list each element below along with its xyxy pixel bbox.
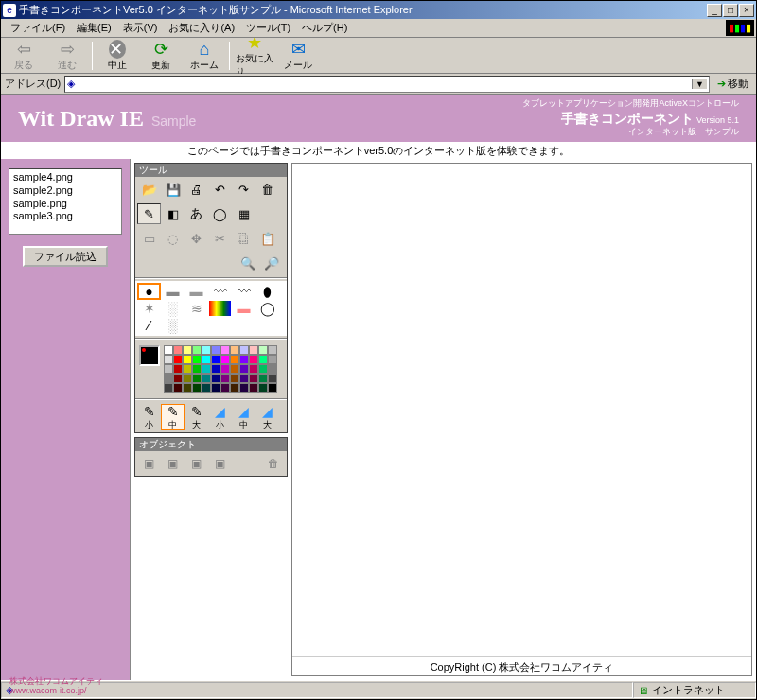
back-button[interactable]: ⇦戻る [5,40,43,72]
eraser-medium[interactable]: ◢中 [232,404,255,430]
color-swatch[interactable] [268,355,277,364]
eraser-large[interactable]: ◢大 [255,404,279,430]
color-swatch[interactable] [164,355,173,364]
color-swatch[interactable] [249,374,258,383]
order-back-icon[interactable]: ▣ [208,453,232,474]
stop-button[interactable]: ✕中止 [98,40,136,72]
color-swatch[interactable] [268,345,277,355]
color-swatch[interactable] [249,364,258,374]
color-swatch[interactable] [268,364,277,374]
file-listbox[interactable]: sample4.pngsample2.pngsample.pngsample3.… [9,168,122,235]
brush-5[interactable]: 〰 [232,283,255,300]
color-swatch[interactable] [239,345,249,355]
pen-icon[interactable]: ✎ [137,203,161,224]
menu-tools[interactable]: ツール(T) [240,20,296,36]
color-swatch[interactable] [164,383,173,393]
color-swatch[interactable] [220,374,230,383]
color-swatch[interactable] [192,355,202,364]
brush-12[interactable]: ◯ [255,300,279,317]
brush-7[interactable]: ✶ [137,300,161,317]
color-swatch[interactable] [211,383,220,393]
mail-button[interactable]: ✉メール [279,40,317,72]
color-swatch[interactable] [211,355,220,364]
color-swatch[interactable] [164,364,173,374]
color-swatch[interactable] [202,383,211,393]
file-load-button[interactable]: ファイル読込 [23,246,108,267]
lasso-icon[interactable]: ◌ [161,228,185,249]
file-item[interactable]: sample2.png [13,184,117,198]
paste-icon[interactable]: 📋 [255,228,279,249]
cut-icon[interactable]: ✂ [208,228,232,249]
color-swatch[interactable] [239,364,249,374]
color-swatch[interactable] [220,364,230,374]
brush-2[interactable]: ▬ [161,283,185,300]
menu-help[interactable]: ヘルプ(H) [296,20,353,36]
color-swatch[interactable] [230,364,239,374]
menu-favorites[interactable]: お気に入り(A) [163,20,240,36]
color-swatch[interactable] [249,345,258,355]
zoom-out-icon[interactable]: 🔍 [236,253,259,273]
color-swatch[interactable] [183,345,192,355]
color-swatch[interactable] [239,383,249,393]
redo-icon[interactable]: ↷ [232,179,255,200]
brush-8[interactable]: ░ [161,300,185,317]
open-icon[interactable]: 📂 [137,179,161,200]
color-swatch[interactable] [202,355,211,364]
save-icon[interactable]: 💾 [161,179,185,200]
delete-object-icon[interactable]: 🗑 [261,453,285,474]
forward-button[interactable]: ⇨進む [48,40,86,72]
color-swatch[interactable] [249,383,258,393]
color-swatch[interactable] [258,345,268,355]
color-swatch[interactable] [230,345,239,355]
copy-icon[interactable]: ⿻ [232,228,255,249]
file-item[interactable]: sample.png [13,198,117,211]
color-swatch[interactable] [164,345,173,355]
close-button[interactable]: × [739,4,754,17]
color-swatch[interactable] [220,345,230,355]
color-swatch[interactable] [183,374,192,383]
color-swatch[interactable] [192,374,202,383]
brush-9[interactable]: ≋ [185,300,208,317]
color-swatch[interactable] [249,355,258,364]
current-color[interactable] [139,345,160,366]
brush-6[interactable]: ⬮ [255,283,279,300]
brush-14[interactable]: ░ [161,317,185,334]
color-swatch[interactable] [230,355,239,364]
order-front-icon[interactable]: ▣ [137,453,161,474]
go-button[interactable]: ➔移動 [713,76,752,92]
order-forward-icon[interactable]: ▣ [161,453,185,474]
brush-3[interactable]: ▬ [185,283,208,300]
color-swatch[interactable] [202,374,211,383]
minimize-button[interactable]: _ [707,4,722,17]
color-swatch[interactable] [258,383,268,393]
drawing-canvas[interactable] [292,164,751,656]
color-swatch[interactable] [230,383,239,393]
menu-file[interactable]: ファイル(F) [5,20,71,36]
pen-small[interactable]: ✎小 [137,404,161,430]
address-dropdown-icon[interactable]: ▼ [692,79,707,89]
color-swatch[interactable] [164,374,173,383]
color-swatch[interactable] [258,364,268,374]
color-swatch[interactable] [239,355,249,364]
brush-1[interactable]: ● [137,283,161,300]
marquee-icon[interactable]: ▭ [137,228,161,249]
color-swatch[interactable] [220,383,230,393]
image-icon[interactable]: ▦ [232,203,255,224]
color-swatch[interactable] [173,383,183,393]
favorites-button[interactable]: ★お気に入り [236,33,273,79]
color-swatch[interactable] [173,355,183,364]
print-icon[interactable]: 🖨 [185,179,208,200]
undo-icon[interactable]: ↶ [208,179,232,200]
color-swatch[interactable] [192,345,202,355]
home-button[interactable]: ⌂ホーム [185,40,223,72]
menu-edit[interactable]: 編集(E) [71,20,117,36]
color-swatch[interactable] [192,383,202,393]
color-swatch[interactable] [211,364,220,374]
color-swatch[interactable] [173,374,183,383]
text-icon[interactable]: あ [185,203,208,224]
brush-10[interactable] [208,300,232,317]
maximize-button[interactable]: □ [723,4,738,17]
color-swatch[interactable] [202,345,211,355]
color-swatch[interactable] [230,374,239,383]
color-swatch[interactable] [268,374,277,383]
